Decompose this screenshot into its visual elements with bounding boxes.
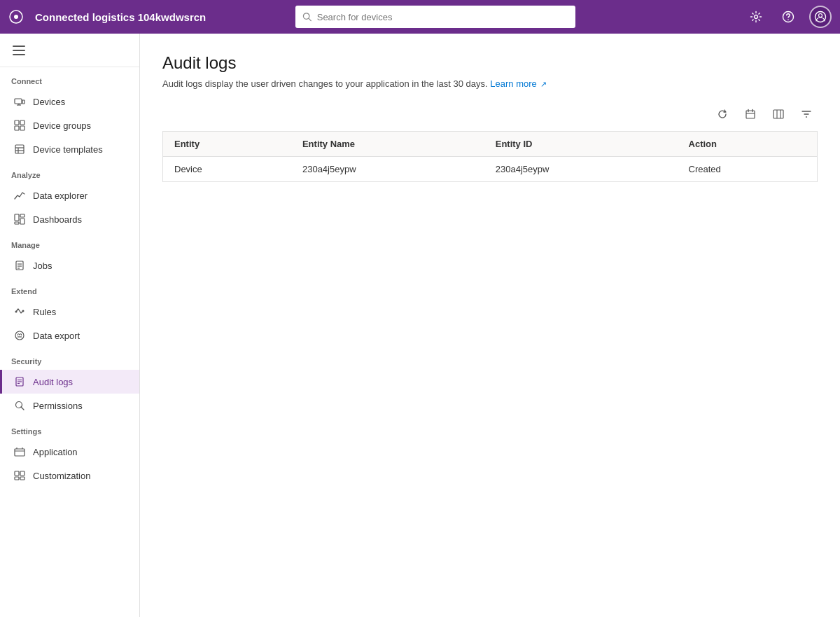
sidebar-item-device-groups-label: Device groups (33, 120, 91, 131)
sidebar: Connect Devices Devic (0, 34, 140, 617)
sidebar-item-application[interactable]: Application (0, 440, 139, 464)
cell-entity-name: 230a4j5eypw (291, 157, 484, 182)
cell-entity: Device (163, 157, 291, 182)
data-export-icon (13, 329, 26, 342)
sidebar-item-customization[interactable]: Customization (0, 464, 139, 487)
svg-rect-45 (15, 477, 19, 480)
search-icon (302, 12, 312, 22)
svg-rect-17 (15, 145, 24, 153)
svg-rect-47 (746, 111, 755, 118)
columns-button[interactable] (767, 103, 790, 125)
svg-rect-43 (15, 471, 19, 476)
device-groups-icon (13, 119, 26, 132)
sidebar-item-device-templates-label: Device templates (33, 144, 103, 155)
svg-rect-10 (22, 100, 24, 104)
sidebar-item-permissions-label: Permissions (33, 401, 83, 411)
sidebar-item-rules-label: Rules (33, 307, 56, 317)
svg-rect-21 (15, 214, 19, 221)
app-title: Connected logistics 104kwdwsrcn (35, 11, 206, 23)
jobs-icon (13, 259, 26, 272)
svg-rect-46 (20, 477, 24, 480)
external-link-icon: ↗ (540, 80, 547, 88)
app-logo (8, 9, 24, 25)
svg-point-30 (22, 310, 24, 312)
learn-more-link[interactable]: Learn more ↗ (490, 78, 547, 89)
sidebar-item-jobs[interactable]: Jobs (0, 254, 139, 277)
dashboards-icon (13, 213, 26, 226)
svg-rect-16 (20, 126, 24, 130)
page-subtitle: Audit logs display the user driven chang… (162, 78, 818, 89)
topbar-actions (745, 6, 832, 28)
sidebar-item-device-groups[interactable]: Device groups (0, 113, 139, 137)
search-box[interactable] (295, 6, 575, 28)
svg-rect-39 (15, 449, 24, 456)
audit-logs-icon (13, 375, 26, 388)
svg-rect-15 (15, 126, 19, 130)
audit-logs-table: Entity Entity Name Entity ID Action Devi… (162, 131, 818, 182)
content-area: Audit logs Audit logs display the user d… (140, 34, 840, 617)
sidebar-item-data-export[interactable]: Data export (0, 324, 139, 347)
svg-rect-23 (20, 219, 24, 224)
user-avatar[interactable] (809, 6, 832, 28)
cell-entity-id: 230a4j5eypw (484, 157, 678, 182)
section-settings: Settings (0, 417, 139, 440)
section-connect: Connect (0, 67, 139, 90)
svg-point-8 (819, 14, 822, 18)
sidebar-item-rules[interactable]: Rules (0, 300, 139, 324)
svg-rect-9 (15, 99, 22, 104)
svg-rect-14 (20, 120, 24, 125)
help-button[interactable] (777, 6, 799, 28)
sidebar-item-audit-logs[interactable]: Audit logs (0, 370, 139, 394)
section-analyze: Analyze (0, 161, 139, 183)
svg-point-29 (15, 311, 18, 313)
topbar: Connected logistics 104kwdwsrcn (0, 0, 840, 34)
refresh-button[interactable] (711, 103, 734, 125)
sidebar-item-data-explorer[interactable]: Data explorer (0, 183, 139, 207)
svg-line-38 (21, 407, 24, 410)
svg-rect-13 (15, 120, 19, 125)
section-manage: Manage (0, 231, 139, 254)
device-templates-icon (13, 143, 26, 155)
sidebar-item-data-export-label: Data export (33, 331, 80, 341)
customization-icon (13, 469, 26, 482)
sidebar-item-dashboards-label: Dashboards (33, 214, 82, 225)
data-explorer-icon (13, 189, 26, 202)
col-entity: Entity (163, 132, 291, 157)
svg-rect-51 (774, 110, 783, 118)
sidebar-item-data-explorer-label: Data explorer (33, 190, 88, 201)
svg-line-3 (308, 18, 310, 20)
col-entity-name: Entity Name (291, 132, 484, 157)
table-row: Device 230a4j5eypw 230a4j5eypw Created (163, 157, 818, 182)
svg-point-4 (755, 15, 758, 19)
svg-rect-24 (15, 222, 19, 224)
sidebar-header (0, 34, 139, 67)
svg-point-31 (15, 331, 24, 340)
main-layout: Connect Devices Devic (0, 34, 840, 617)
permissions-icon (13, 399, 26, 412)
section-extend: Extend (0, 277, 139, 300)
search-input[interactable] (317, 12, 568, 22)
col-action: Action (678, 132, 818, 157)
svg-rect-22 (20, 214, 24, 217)
sidebar-item-jobs-label: Jobs (33, 261, 52, 271)
filter-button[interactable] (795, 103, 818, 125)
application-icon (13, 445, 26, 458)
sidebar-item-devices-label: Devices (33, 97, 65, 107)
table-header-row: Entity Entity Name Entity ID Action (163, 132, 818, 157)
rules-icon (13, 305, 26, 318)
svg-point-6 (788, 19, 789, 20)
sidebar-item-permissions[interactable]: Permissions (0, 394, 139, 417)
sidebar-item-device-templates[interactable]: Device templates (0, 137, 139, 161)
cell-action: Created (678, 157, 818, 182)
content-header: Audit logs Audit logs display the user d… (162, 53, 818, 89)
sidebar-item-dashboards[interactable]: Dashboards (0, 207, 139, 231)
section-security: Security (0, 347, 139, 370)
svg-rect-44 (20, 471, 24, 476)
sidebar-item-application-label: Application (33, 447, 78, 457)
settings-button[interactable] (745, 6, 767, 28)
calendar-button[interactable] (739, 103, 762, 125)
sidebar-item-devices[interactable]: Devices (0, 90, 139, 113)
hamburger-button[interactable] (10, 43, 28, 58)
sidebar-item-customization-label: Customization (33, 471, 90, 481)
page-title: Audit logs (162, 53, 818, 73)
